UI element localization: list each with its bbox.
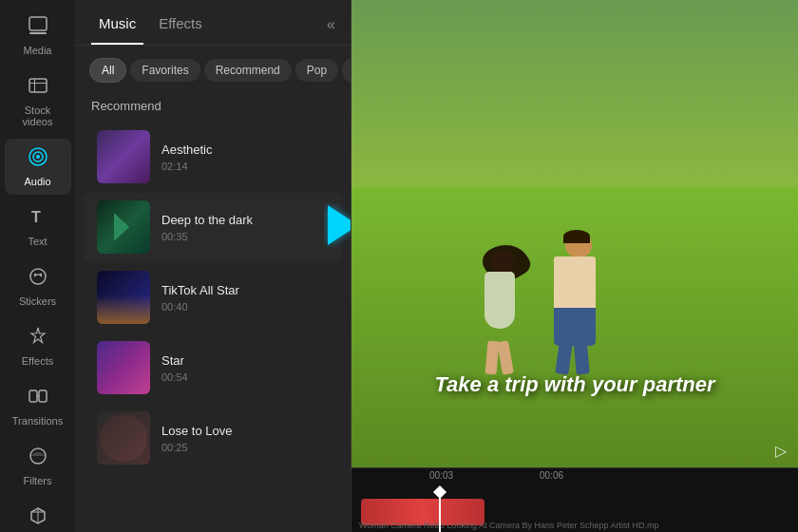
filter-pop[interactable]: Pop (295, 59, 338, 82)
time-marker-2: 00:06 (540, 470, 563, 481)
library-icon (28, 505, 48, 531)
sidebar-item-library[interactable]: Library (5, 498, 71, 532)
svg-point-10 (33, 274, 35, 276)
sidebar-item-media[interactable]: Media (5, 8, 71, 64)
video-subtitle-container: Take a trip with your partner (352, 372, 798, 397)
sidebar-item-stickers-label: Stickers (19, 295, 56, 307)
music-info-star: Star 00:54 (162, 353, 330, 383)
effects-icon (28, 326, 48, 352)
thumb-deep (97, 200, 150, 254)
music-info-deep: Deep to the dark 00:35 (162, 213, 330, 242)
sidebar-item-effects-label: Effects (22, 355, 53, 367)
time-marker-1: 00:03 (429, 470, 453, 481)
svg-rect-13 (39, 390, 47, 402)
filter-favorites[interactable]: Favorites (130, 59, 200, 82)
sidebar-item-media-label: Media (24, 45, 52, 56)
panel-collapse-button[interactable]: « (327, 16, 335, 45)
sidebar-item-audio-label: Audio (24, 176, 50, 187)
video-play-button[interactable]: ▷ (775, 442, 787, 460)
sidebar-item-filters-label: Filters (24, 475, 52, 486)
music-panel: Music Effects « All Favorites Recommend … (76, 0, 352, 532)
music-list: Aesthetic 02:14 Deep to the dark 00:35 T… (76, 121, 351, 532)
svg-rect-3 (29, 83, 47, 84)
music-item-star[interactable]: Star 00:54 (84, 333, 343, 402)
thumb-star (97, 341, 150, 394)
music-title-star: Star (162, 353, 330, 368)
music-item-lose-to-love[interactable]: Lose to Love 00:25 (84, 404, 343, 472)
sidebar-item-stock-videos-label: Stock videos (9, 104, 67, 127)
sidebar-item-audio[interactable]: Audio (5, 139, 71, 195)
svg-rect-4 (34, 79, 35, 92)
panel-tab-bar: Music Effects « (76, 0, 351, 46)
music-info-lose-to-love: Lose to Love 00:25 (162, 424, 330, 453)
figure-male (548, 232, 610, 374)
tab-effects[interactable]: Effects (151, 15, 210, 45)
timeline-meta-label: Woman Camera Retro Looking At Camera By … (359, 521, 794, 530)
audio-icon (28, 146, 48, 172)
sidebar-item-transitions-label: Transitions (12, 415, 63, 427)
svg-rect-1 (29, 32, 47, 34)
music-duration-star: 00:54 (162, 371, 330, 383)
sidebar-item-filters[interactable]: Filters (5, 438, 71, 494)
sidebar-item-stock-videos[interactable]: Stock videos (5, 67, 71, 135)
transitions-icon (28, 386, 48, 411)
text-icon: T (28, 206, 48, 232)
media-icon (28, 15, 48, 41)
filter-recommend[interactable]: Recommend (204, 59, 292, 82)
music-title-tiktok: TikTok All Star (162, 283, 330, 297)
svg-text:T: T (31, 209, 41, 225)
svg-marker-15 (328, 205, 351, 245)
music-item-aesthetic[interactable]: Aesthetic 02:14 (84, 123, 343, 191)
svg-rect-12 (29, 390, 37, 402)
sidebar-item-stickers[interactable]: Stickers (5, 258, 71, 314)
sidebar-item-text-label: Text (28, 236, 47, 247)
svg-rect-2 (29, 79, 47, 92)
thumb-aesthetic (97, 130, 150, 183)
thumb-tiktok (97, 271, 150, 324)
thumb-losetolove (97, 411, 150, 465)
filters-icon (28, 446, 48, 471)
main-content: Take a trip with your partner ▷ 00:03 00… (352, 0, 798, 532)
music-item-deep-to-the-dark[interactable]: Deep to the dark 00:35 (84, 193, 343, 261)
music-duration-tiktok: 00:40 (162, 301, 330, 313)
video-controls: ▷ (775, 442, 787, 460)
video-subtitle-text: Take a trip with your partner (434, 372, 714, 396)
video-preview: Take a trip with your partner ▷ (352, 0, 798, 467)
stickers-icon (28, 266, 48, 292)
music-info-aesthetic: Aesthetic 02:14 (162, 142, 330, 172)
play-arrow-indicator (324, 203, 351, 251)
sidebar-item-transitions[interactable]: Transitions (5, 378, 71, 434)
sky-bg (352, 0, 798, 187)
music-title-aesthetic: Aesthetic (162, 142, 330, 157)
svg-point-7 (36, 155, 40, 159)
music-title-deep: Deep to the dark (162, 213, 330, 227)
sidebar: Media Stock videos Audio T Text (0, 0, 76, 532)
music-duration-lose-to-love: 00:25 (162, 442, 330, 453)
svg-rect-0 (29, 17, 47, 30)
music-duration-aesthetic: 02:14 (162, 161, 330, 172)
playhead[interactable] (435, 487, 445, 532)
figure-female (477, 251, 529, 374)
timeline: 00:03 00:06 Woman Camera Retro Looking A… (352, 467, 798, 532)
video-scene: Take a trip with your partner (352, 0, 798, 467)
music-title-lose-to-love: Lose to Love (162, 424, 330, 438)
filter-all[interactable]: All (89, 58, 126, 83)
svg-point-9 (30, 269, 46, 284)
sidebar-item-text[interactable]: T Text (5, 199, 71, 255)
filter-bar: All Favorites Recommend Pop (76, 46, 351, 95)
section-recommend-label: Recommend (76, 95, 351, 121)
svg-point-11 (39, 274, 41, 276)
music-duration-deep: 00:35 (162, 231, 330, 242)
stock-videos-icon (28, 75, 48, 101)
music-item-tiktok-all-star[interactable]: TikTok All Star 00:40 (84, 263, 343, 332)
music-info-tiktok: TikTok All Star 00:40 (162, 283, 330, 313)
timeline-track-container: Woman Camera Retro Looking At Camera By … (352, 487, 798, 532)
timeline-ruler: 00:03 00:06 (352, 468, 798, 487)
sidebar-item-effects[interactable]: Effects (5, 318, 71, 374)
tab-music[interactable]: Music (91, 15, 143, 45)
